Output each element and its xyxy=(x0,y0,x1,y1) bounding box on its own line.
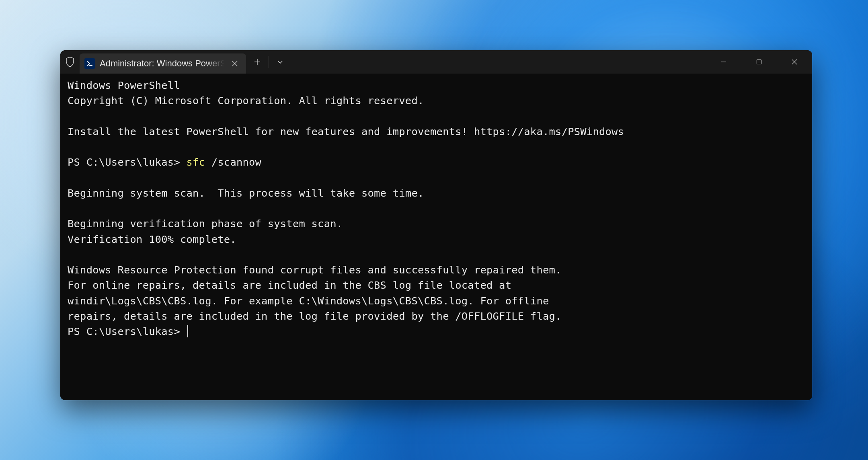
titlebar-drag-area[interactable] xyxy=(291,50,706,74)
terminal-output[interactable]: Windows PowerShell Copyright (C) Microso… xyxy=(60,74,812,400)
tab-powershell[interactable]: Administrator: Windows PowerShell xyxy=(80,53,246,74)
minimize-button[interactable] xyxy=(706,50,741,74)
prompt-prefix: PS C:\Users\lukas> xyxy=(68,156,187,168)
output-block: Windows Resource Protection found corrup… xyxy=(68,264,562,322)
maximize-button[interactable] xyxy=(741,50,777,74)
command-args: /scannow xyxy=(205,156,261,168)
banner-line: Windows PowerShell xyxy=(68,79,180,91)
prompt-prefix: PS C:\Users\lukas> xyxy=(68,325,187,337)
powershell-icon xyxy=(84,58,95,69)
svg-rect-0 xyxy=(757,60,761,64)
terminal-window: Administrator: Windows PowerShell xyxy=(60,50,812,400)
output-line: Beginning system scan. This process will… xyxy=(68,187,424,199)
window-close-button[interactable] xyxy=(777,50,812,74)
command-name: sfc xyxy=(187,156,205,168)
window-controls xyxy=(706,50,812,74)
cursor xyxy=(187,325,188,337)
new-tab-button[interactable] xyxy=(246,50,269,74)
tab-dropdown-button[interactable] xyxy=(269,50,291,74)
output-line: Verification 100% complete. xyxy=(68,233,236,245)
tab-close-button[interactable] xyxy=(229,58,240,69)
install-hint: Install the latest PowerShell for new fe… xyxy=(68,125,624,138)
tab-title: Administrator: Windows PowerShell xyxy=(100,58,224,69)
output-line: Beginning verification phase of system s… xyxy=(68,218,343,230)
admin-shield-icon xyxy=(60,50,80,74)
titlebar[interactable]: Administrator: Windows PowerShell xyxy=(60,50,812,74)
banner-line: Copyright (C) Microsoft Corporation. All… xyxy=(68,94,424,107)
